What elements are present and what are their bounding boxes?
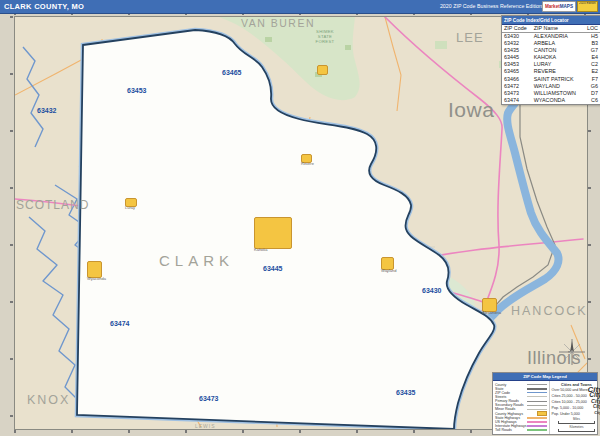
scale-bar-label: Miles bbox=[552, 417, 600, 421]
zip-label-63473: 63473 bbox=[199, 395, 218, 402]
zip-table-row: 63432ARBELAB3 bbox=[502, 40, 600, 47]
city-name-revere: Revere bbox=[301, 161, 314, 166]
minor-swatch bbox=[527, 409, 547, 410]
legend-city-class-label: Pop. 5,000 - 10,000 bbox=[552, 406, 584, 410]
region-label-knox: KNOX bbox=[27, 393, 70, 407]
scale-bar-kilometers: Kilometers bbox=[552, 426, 600, 433]
zip-label-63435: 63435 bbox=[396, 389, 415, 396]
state-swatch bbox=[527, 388, 547, 390]
city-sample-text: City bbox=[593, 405, 600, 410]
region-label-iowa: Iowa bbox=[448, 98, 494, 122]
publisher-logo: MarketMAPS 2020 Edition bbox=[542, 1, 598, 12]
city-area-kahoka bbox=[254, 217, 292, 249]
county-swatch bbox=[527, 384, 547, 385]
zip-label-63474: 63474 bbox=[110, 320, 129, 327]
title-bar: CLARK COUNTY, MO 2020 ZIP Code Business … bbox=[0, 0, 600, 14]
city-name-luray: Luray bbox=[125, 205, 135, 210]
zip-label-63432: 63432 bbox=[37, 107, 56, 114]
region-label-lewis: LEWIS bbox=[195, 423, 216, 429]
legend-title: ZIP Code Map Legend bbox=[493, 373, 597, 381]
region-label-hancock: HANCOCK bbox=[511, 304, 588, 318]
zip-table-body: 63430ALEXANDRIAH563432ARBELAB363435CANTO… bbox=[502, 33, 600, 104]
legend-cities: Cities and Towns Over 50,000 and MoreCit… bbox=[549, 381, 600, 434]
brand-logo-text-1: Market bbox=[545, 4, 560, 9]
zip-table-row: 63473WILLIAMSTOWND7 bbox=[502, 90, 600, 97]
city-sample-text: City bbox=[594, 412, 600, 416]
us-hwy-swatch bbox=[527, 421, 547, 423]
legend-city-class-label: Pop. Under 5,000 bbox=[552, 412, 580, 416]
street-swatch bbox=[527, 396, 547, 397]
zip-table-title: ZIP Code Index/Grid Locator bbox=[502, 16, 600, 25]
city-name-wyaconda: Wyaconda bbox=[87, 276, 106, 281]
secondary-swatch bbox=[527, 405, 547, 406]
zip-table-row: 63435CANTONG7 bbox=[502, 47, 600, 54]
zip-table-row: 63430ALEXANDRIAH5 bbox=[502, 33, 600, 41]
legend-line-symbols: CountyStateZIP CodeStreetsPrimary RoadsS… bbox=[493, 381, 549, 434]
zip-label-63453: 63453 bbox=[127, 87, 146, 94]
region-label-shimek-state-forest: SHIMEK STATE FOREST bbox=[302, 29, 348, 44]
zip-table-row: 63474WYACONDAC6 bbox=[502, 97, 600, 104]
map-canvas: VAN BURENLEESCOTLANDKNOXHANCOCKLEWISCLAR… bbox=[14, 16, 588, 430]
brand-logo-text-2: MAPS bbox=[560, 4, 573, 9]
county-hwy-swatch bbox=[537, 411, 547, 416]
zip-table-row: 63445KAHOKAE4 bbox=[502, 54, 600, 61]
map-legend: ZIP Code Map Legend CountyStateZIP CodeS… bbox=[492, 372, 598, 435]
zip-table-header-row: ZIP CodeZIP NameLOC bbox=[502, 25, 600, 33]
zip-table-row: 63465REVEREE2 bbox=[502, 68, 600, 75]
brand-logo: MarketMAPS bbox=[542, 1, 576, 12]
zip-label-63465: 63465 bbox=[222, 69, 241, 76]
primary-swatch bbox=[527, 401, 547, 402]
zip-table-row: 63472WAYLANDG6 bbox=[502, 83, 600, 90]
city-name-kahoka: Kahoka bbox=[254, 247, 268, 252]
zip-table-row: 63466SAINT PATRICKF7 bbox=[502, 76, 600, 83]
scale-bar-miles: Miles bbox=[552, 418, 600, 425]
zip-table-row: 63453LURAYC2 bbox=[502, 61, 600, 68]
scale-bar-line bbox=[558, 421, 596, 424]
city-area bbox=[317, 65, 328, 75]
legend-item-toll-roads: Toll Roads bbox=[495, 428, 547, 432]
legend-city-class-label: Over 50,000 and More bbox=[552, 388, 588, 392]
region-label-scotland: SCOTLAND bbox=[16, 198, 89, 212]
legend-item-label: Toll Roads bbox=[495, 428, 512, 432]
legend-city-class-pop-under-5-000: Pop. Under 5,000City bbox=[552, 411, 600, 417]
zip-code-index-table: ZIP Code Index/Grid Locator ZIP CodeZIP … bbox=[501, 15, 600, 105]
zip-label-63430: 63430 bbox=[422, 287, 441, 294]
state-hwy-swatch bbox=[527, 417, 547, 419]
scale-bar-line bbox=[558, 429, 596, 432]
edition-badge: 2020 Edition bbox=[577, 1, 598, 12]
region-label-van-buren: VAN BUREN bbox=[241, 17, 315, 29]
region-label-clark: CLARK bbox=[159, 252, 234, 269]
region-label-lee: LEE bbox=[456, 30, 484, 45]
compass-rose-icon bbox=[559, 339, 585, 365]
scale-bar-label: Kilometers bbox=[552, 425, 600, 429]
zip-swatch bbox=[527, 392, 547, 393]
legend-city-class-label: Cities 10,000 - 25,000 bbox=[552, 400, 587, 404]
city-name-wayland: Wayland bbox=[381, 268, 396, 273]
interstate-swatch bbox=[527, 425, 547, 427]
edition-label: 2020 ZIP Code Business Reference Edition bbox=[440, 0, 542, 13]
legend-city-class-label: Cities 25,000 - 50,000 bbox=[552, 394, 587, 398]
toll-swatch bbox=[527, 429, 547, 431]
zip-label-63445: 63445 bbox=[263, 265, 282, 272]
map-grid-ticks-left bbox=[10, 16, 13, 430]
city-name-alexandria: Alexandria bbox=[482, 310, 501, 315]
page-title: CLARK COUNTY, MO bbox=[4, 0, 84, 13]
